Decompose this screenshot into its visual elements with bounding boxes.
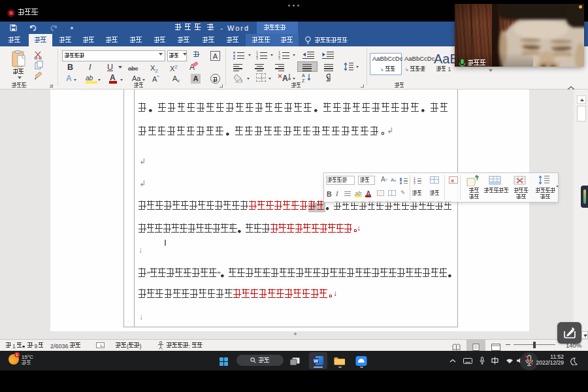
svg-text:W: W (314, 357, 319, 363)
svg-text:A: A (302, 73, 305, 78)
svg-text:Z: Z (302, 78, 305, 82)
svg-text:A: A (282, 74, 288, 82)
